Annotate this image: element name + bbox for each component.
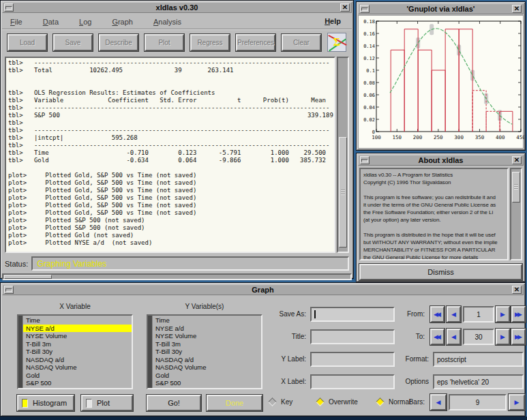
list-item-t-bill-30y[interactable]: T-Bill 30y xyxy=(153,348,261,356)
list-scrollbar-trough[interactable] xyxy=(148,316,153,388)
list-item-time[interactable]: Time xyxy=(153,316,261,325)
done-button[interactable]: Done xyxy=(207,395,262,411)
key-diamond-icon xyxy=(268,397,277,406)
from-first-button[interactable]: ◀◀ xyxy=(430,306,445,322)
list-item-nasdaq-volume[interactable]: NASDAQ Volume xyxy=(153,363,261,372)
save-as-label: Save As: xyxy=(265,310,306,318)
window-menu-icon[interactable] xyxy=(360,5,370,13)
list-item-nyse-volume[interactable]: NYSE Volume xyxy=(23,332,132,340)
dismiss-button[interactable]: Dismiss xyxy=(359,264,522,280)
save-as-input[interactable] xyxy=(310,307,395,322)
overwrite-radio[interactable]: Overwrite xyxy=(317,398,358,406)
list-item-nasdaq-a-d[interactable]: NASDAQ a/d xyxy=(153,356,261,364)
log-horizontal-scrollbar[interactable] xyxy=(2,273,352,280)
list-item-nyse-a-d[interactable]: NYSE a/d xyxy=(153,325,261,333)
log-scrollbar-thumb[interactable] xyxy=(339,137,347,247)
to-last-button[interactable]: ▶▶ xyxy=(511,329,526,345)
close-button[interactable]: ✕ xyxy=(512,286,522,294)
normal-diamond-icon xyxy=(376,397,385,406)
x-label-input[interactable] xyxy=(310,374,395,389)
list-item-t-bill-3m[interactable]: T-Bill 3m xyxy=(23,340,132,348)
dismiss-label: Dismiss xyxy=(427,268,454,276)
key-radio[interactable]: Key xyxy=(269,398,292,406)
plot-button[interactable]: Plot xyxy=(145,34,184,51)
gnuplot-canvas: 00.020.040.060.080.10.120.140.160.181001… xyxy=(359,16,524,148)
histogram-toggle-button[interactable]: Histogram xyxy=(17,395,74,411)
menu-log[interactable]: Log xyxy=(79,18,91,26)
plot-toggle-button[interactable]: Plot xyxy=(81,395,133,411)
clear-button[interactable]: Clear xyxy=(282,34,321,51)
main-window-title: xldlas v0.30 xyxy=(15,3,339,12)
list-item-time[interactable]: Time xyxy=(23,316,132,325)
from-increment-button[interactable]: ▶ xyxy=(496,306,510,322)
from-label: From: xyxy=(384,310,425,318)
window-menu-icon[interactable] xyxy=(4,286,14,294)
list-item-nasdaq-a-d[interactable]: NASDAQ a/d xyxy=(23,356,132,364)
save-button[interactable]: Save xyxy=(53,34,93,51)
svg-text:300: 300 xyxy=(454,134,464,140)
list-scrollbar-trough[interactable] xyxy=(18,316,23,388)
toolbar: LoadSaveDescribePlotRegressPreferencesCl… xyxy=(2,30,352,55)
x-variable-label: X Variable xyxy=(17,303,133,310)
from-last-button[interactable]: ▶▶ xyxy=(511,306,526,322)
list-item-s-p-500[interactable]: S&P 500 xyxy=(153,379,261,387)
close-button[interactable]: ✕ xyxy=(340,3,350,12)
y-variable-list[interactable]: TimeNYSE a/dNYSE VolumeT-Bill 3mT-Bill 3… xyxy=(147,314,262,389)
format-input[interactable]: postscript xyxy=(433,352,524,367)
log-hscrollbar-thumb[interactable] xyxy=(4,275,52,279)
preferences-button[interactable]: Preferences xyxy=(236,34,275,51)
status-label: Status: xyxy=(5,260,28,268)
right-arrow-icon: ▶ xyxy=(500,333,505,340)
regress-button[interactable]: Regress xyxy=(190,34,230,51)
menu-file[interactable]: File xyxy=(10,18,22,26)
list-item-t-bill-30y[interactable]: T-Bill 30y xyxy=(23,348,132,356)
list-item-gold[interactable]: Gold xyxy=(153,372,261,380)
menu-data[interactable]: Data xyxy=(43,18,59,26)
bars-increment-button[interactable]: ▶ xyxy=(509,394,525,410)
to-increment-button[interactable]: ▶ xyxy=(496,329,510,345)
log-output-area: tbl> -----------------------------------… xyxy=(5,57,335,253)
load-button[interactable]: Load xyxy=(7,34,47,51)
close-icon: ✕ xyxy=(342,4,348,11)
window-menu-icon[interactable] xyxy=(4,3,14,12)
log-vertical-scrollbar[interactable] xyxy=(337,57,349,253)
menu-graph[interactable]: Graph xyxy=(112,18,133,26)
right-arrow-icon: ▶ xyxy=(500,311,505,318)
list-item-nyse-volume[interactable]: NYSE Volume xyxy=(153,332,261,340)
graph-titlebar: Graph ✕ xyxy=(2,284,524,295)
x-variable-list[interactable]: TimeNYSE a/dNYSE VolumeT-Bill 3mT-Bill 3… xyxy=(17,314,133,389)
close-icon: ✕ xyxy=(514,5,520,12)
close-icon: ✕ xyxy=(514,157,520,164)
about-titlebar: About xldlas ✕ xyxy=(358,155,524,166)
to-first-button[interactable]: ◀◀ xyxy=(430,329,445,345)
from-decrement-button[interactable]: ◀ xyxy=(447,306,461,322)
menu-help[interactable]: Help xyxy=(325,17,341,25)
go-button[interactable]: Go! xyxy=(147,395,201,411)
about-scrollbar-thumb[interactable] xyxy=(512,172,520,202)
to-value: 30 xyxy=(463,329,494,345)
svg-text:0.16: 0.16 xyxy=(363,31,375,37)
options-input[interactable]: eps 'helvetica' 20 xyxy=(433,374,524,389)
svg-text:0.06: 0.06 xyxy=(363,93,375,98)
describe-button[interactable]: Describe xyxy=(99,34,138,51)
svg-text:250: 250 xyxy=(434,134,443,140)
list-item-nasdaq-volume[interactable]: NASDAQ Volume xyxy=(23,363,132,372)
key-label: Key xyxy=(281,398,292,406)
about-vertical-scrollbar[interactable] xyxy=(510,168,522,260)
close-button[interactable]: ✕ xyxy=(512,156,522,164)
title-input[interactable] xyxy=(310,329,395,344)
bars-label: Bars: xyxy=(384,398,425,406)
close-button[interactable]: ✕ xyxy=(512,5,522,13)
bars-decrement-button[interactable]: ◀ xyxy=(430,394,447,410)
close-icon: ✕ xyxy=(514,286,520,293)
window-menu-icon[interactable] xyxy=(360,156,370,164)
list-item-s-p-500[interactable]: S&P 500 xyxy=(23,379,132,387)
menu-analysis[interactable]: Analysis xyxy=(153,18,181,26)
list-item-t-bill-3m[interactable]: T-Bill 3m xyxy=(153,340,261,348)
svg-text:200: 200 xyxy=(413,134,423,140)
y-label-input[interactable] xyxy=(310,352,395,367)
svg-text:0.08: 0.08 xyxy=(363,80,375,86)
list-item-gold[interactable]: Gold xyxy=(23,372,132,380)
list-item-nyse-a-d[interactable]: NYSE a/d xyxy=(23,325,132,333)
to-decrement-button[interactable]: ◀ xyxy=(447,329,461,345)
